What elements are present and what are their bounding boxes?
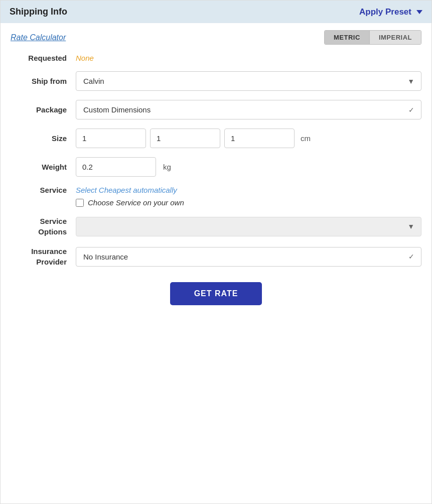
apply-preset-button[interactable]: Apply Preset (359, 7, 422, 17)
service-options-select[interactable] (76, 217, 421, 236)
package-select-wrapper: Custom Dimensions ✓ (76, 100, 421, 119)
weight-input[interactable] (76, 157, 156, 177)
service-options-select-wrapper: ▼ (76, 217, 421, 236)
ship-from-select[interactable]: Calvin (76, 71, 421, 91)
package-row: Package Custom Dimensions ✓ (11, 100, 421, 119)
size-label: Size (11, 134, 76, 143)
requested-label: Requested (11, 54, 76, 62)
insurance-select[interactable]: No Insurance (76, 247, 421, 267)
service-auto-label: Select Cheapest automatically (76, 186, 184, 194)
insurance-provider-label: InsuranceProvider (11, 246, 76, 267)
requested-value: None (76, 54, 94, 62)
get-rate-button[interactable]: GET RATE (170, 282, 262, 305)
requested-row: Requested None (11, 54, 421, 62)
service-manual-row[interactable]: Choose Service on your own (76, 198, 184, 207)
ship-from-label: Ship from (11, 77, 76, 85)
weight-row: Weight kg (11, 157, 421, 177)
service-manual-label: Choose Service on your own (88, 198, 184, 207)
rate-calculator-link[interactable]: Rate Calculator (11, 33, 66, 42)
unit-toggle: METRIC IMPERIAL (324, 30, 421, 45)
top-row: Rate Calculator METRIC IMPERIAL (11, 30, 421, 45)
panel-header: Shipping Info Apply Preset (1, 1, 431, 23)
size-input-3[interactable] (224, 129, 295, 148)
ship-from-select-wrapper: Calvin ▼ (76, 71, 421, 91)
shipping-info-panel: Shipping Info Apply Preset Rate Calculat… (0, 0, 432, 504)
service-label: Service (11, 186, 76, 194)
insurance-select-wrapper: No Insurance ✓ (76, 247, 421, 267)
weight-wrapper: kg (76, 157, 421, 177)
service-options-label: ServiceOptions (11, 216, 76, 237)
size-unit-label: cm (301, 134, 311, 143)
get-rate-row: GET RATE (11, 282, 421, 305)
package-select[interactable]: Custom Dimensions (76, 100, 421, 119)
imperial-button[interactable]: IMPERIAL (369, 31, 421, 44)
service-options-row: ServiceOptions ▼ (11, 216, 421, 237)
ship-from-row: Ship from Calvin ▼ (11, 71, 421, 91)
metric-button[interactable]: METRIC (325, 31, 369, 44)
panel-title: Shipping Info (10, 7, 67, 17)
weight-unit-label: kg (163, 163, 171, 171)
apply-preset-label: Apply Preset (359, 7, 411, 17)
insurance-provider-row: InsuranceProvider No Insurance ✓ (11, 246, 421, 267)
size-input-2[interactable] (150, 129, 220, 148)
service-options-col: Select Cheapest automatically Choose Ser… (76, 186, 184, 207)
service-row: Service Select Cheapest automatically Ch… (11, 186, 421, 207)
weight-label: Weight (11, 163, 76, 171)
size-input-1[interactable] (76, 129, 146, 148)
size-row: Size cm (11, 129, 421, 148)
panel-body: Rate Calculator METRIC IMPERIAL Requeste… (1, 23, 431, 320)
apply-preset-caret-icon (416, 10, 422, 14)
service-manual-checkbox[interactable] (76, 199, 84, 207)
package-label: Package (11, 105, 76, 114)
size-inputs: cm (76, 129, 421, 148)
